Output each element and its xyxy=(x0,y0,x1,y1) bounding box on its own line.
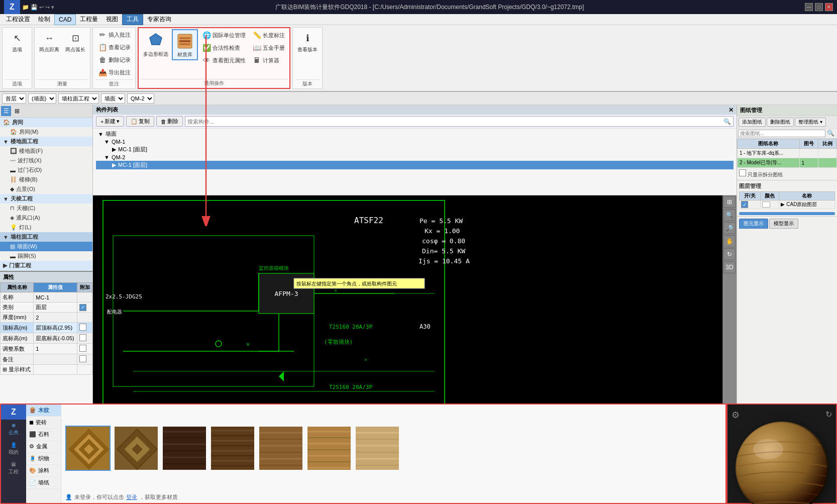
matcat-paint[interactable]: 🎨 涂料 xyxy=(26,465,61,477)
texture-item-4[interactable] xyxy=(210,426,255,471)
ribbon-btn-material-lib[interactable]: 材质库 xyxy=(172,29,198,60)
tree-view-btn1[interactable]: ☰ xyxy=(1,106,11,116)
ribbon-btn-view-element[interactable]: 👁 查看图元属性 xyxy=(199,54,248,66)
view-btn-3d[interactable]: 3D xyxy=(723,261,736,273)
matlib-nav-mine[interactable]: 👤 我的 xyxy=(1,439,26,459)
matlib-nav-public[interactable]: ⊕ 公共 xyxy=(1,420,26,439)
ribbon-btn-distance[interactable]: ↔ 两点距离 xyxy=(37,29,62,55)
tree-item-vent-a[interactable]: ◈ 通风口(A) xyxy=(0,213,92,223)
ribbon-btn-version[interactable]: ℹ 查看版本 xyxy=(295,29,320,55)
drawing-search-icon[interactable]: 🔍 xyxy=(825,130,836,137)
comp-btn-delete[interactable]: 🗑 删除 xyxy=(156,116,183,127)
texture-item-1[interactable] xyxy=(65,426,111,471)
ribbon-btn-length-mark[interactable]: 📏 长度标注 xyxy=(249,29,287,41)
view-btn-zoom-out[interactable]: 🔎 xyxy=(723,222,736,234)
layer-color-swatch-1[interactable] xyxy=(762,201,770,208)
tree-item-point-o[interactable]: ◆ 点景(O) xyxy=(0,184,92,194)
tree-item-door-stone-d[interactable]: ▬ 过门石(D) xyxy=(0,165,92,175)
matcat-wood[interactable]: 🪵 木纹 xyxy=(26,405,61,417)
tree-section-wall[interactable]: ▼ 墙柱面工程 xyxy=(0,232,92,242)
props-checkbox-2[interactable] xyxy=(79,304,86,311)
props-value-4[interactable]: 层顶标高(2.95) xyxy=(34,323,77,333)
props-value-5[interactable]: 层底标高(-0.05) xyxy=(34,333,77,344)
comp-tree-mc1-1[interactable]: ▶ MC-1 [面层] xyxy=(96,145,734,154)
tree-item-floor-f[interactable]: 🔲 楼地面(F) xyxy=(0,146,92,156)
view-btn-pan[interactable]: ✋ xyxy=(723,235,736,247)
tree-item-wave-x[interactable]: 〰 波打线(X) xyxy=(0,156,92,165)
tree-item-baseboard-s[interactable]: ▬ 踢脚(S) xyxy=(0,251,92,261)
view-select[interactable]: 墙面 xyxy=(101,93,125,104)
tree-item-stairs-b[interactable]: 🪜 楼梯(B) xyxy=(0,175,92,184)
ribbon-btn-insert-annotation[interactable]: ✏ 插入批注 xyxy=(95,29,133,41)
ribbon-btn-hardware[interactable]: 📖 五金手册 xyxy=(249,42,287,54)
minimize-button[interactable]: — xyxy=(805,3,813,11)
comp-btn-copy[interactable]: 📋 复制 xyxy=(126,116,154,127)
matcat-stone[interactable]: ⬛ 石料 xyxy=(26,429,61,441)
matpreview-refresh-icon[interactable]: ↻ xyxy=(825,410,832,421)
matlib-nav-project[interactable]: 🏛 工程 xyxy=(1,459,26,478)
ribbon-btn-delete-record[interactable]: 🗑 删除记录 xyxy=(95,54,133,66)
close-button[interactable]: ✕ xyxy=(825,3,833,11)
drawing-row-1[interactable]: 1 - 地下车库-dq系... xyxy=(738,149,837,158)
view-btn-zoom-in[interactable]: 🔍 xyxy=(723,209,736,221)
props-value-3[interactable]: 2 xyxy=(34,313,77,323)
view-btn-rotate[interactable]: ↻ xyxy=(723,248,736,260)
floor-select[interactable]: 首层 xyxy=(2,93,26,104)
menu-item-tools[interactable]: 工具 xyxy=(122,14,143,25)
comp-btn-new[interactable]: + 新建 ▾ xyxy=(96,116,124,127)
menu-item-draw[interactable]: 绘制 xyxy=(34,14,54,25)
component-search-input[interactable] xyxy=(187,119,723,125)
texture-item-6[interactable] xyxy=(306,426,352,471)
ribbon-btn-calculator[interactable]: 🖩 计算器 xyxy=(249,54,287,66)
props-value-6[interactable]: 1 xyxy=(34,344,77,354)
room-select[interactable]: (墙面) xyxy=(28,93,56,104)
tree-section-floor[interactable]: ▼ 楼地面工程 xyxy=(0,137,92,146)
comp-tree-qm2[interactable]: ▼ QM-2 xyxy=(96,154,734,161)
layer-checkbox-1[interactable] xyxy=(741,201,748,208)
menu-item-quantity[interactable]: 工程量 xyxy=(76,14,102,25)
btn-organize-drawing[interactable]: 整理图纸 ▾ xyxy=(795,118,826,127)
props-checkbox-4[interactable] xyxy=(79,324,86,331)
tree-item-ceiling-c[interactable]: ⊓ 天棚(C) xyxy=(0,204,92,213)
tree-item-light-l[interactable]: 💡 灯(L) xyxy=(0,223,92,232)
texture-item-7[interactable] xyxy=(355,426,400,471)
tree-item-wall-w[interactable]: ▤ 墙面(W) xyxy=(0,242,92,251)
ribbon-btn-options[interactable]: ↖ 选项 xyxy=(7,29,28,55)
menu-item-project-settings[interactable]: 工程设置 xyxy=(2,14,34,25)
ribbon-btn-polygon[interactable]: 多边形框选 xyxy=(141,29,171,59)
matcat-metal[interactable]: ⚙ 金属 xyxy=(26,441,61,453)
display-tab-element[interactable]: 图元显示 xyxy=(739,219,768,229)
display-tab-model[interactable]: 模型显示 xyxy=(769,219,798,229)
texture-item-5[interactable] xyxy=(258,426,303,471)
matcat-wallpaper[interactable]: 📄 墙纸 xyxy=(26,477,61,489)
ribbon-btn-units[interactable]: 🌐 国际单位管理 xyxy=(199,29,248,41)
layer-onoff-1[interactable] xyxy=(740,200,761,209)
comp-tree-wallface[interactable]: ▼ 墙面 xyxy=(96,130,734,138)
tree-section-ceiling[interactable]: ▼ 天棱工程 xyxy=(0,194,92,204)
show-split-checkbox[interactable] xyxy=(739,169,746,176)
btn-add-drawing[interactable]: 添加图纸 xyxy=(739,118,766,127)
ribbon-btn-legality[interactable]: ✅ 合法性检查 xyxy=(199,42,248,54)
props-checkbox-5[interactable] xyxy=(79,334,86,341)
login-link[interactable]: 登录 xyxy=(126,493,137,501)
btn-delete-drawing[interactable]: 删除图纸 xyxy=(767,118,794,127)
props-checkbox-6[interactable] xyxy=(79,345,86,352)
component-select[interactable]: QM-2 xyxy=(127,93,154,104)
texture-item-3[interactable] xyxy=(162,426,207,471)
props-value-7[interactable] xyxy=(34,354,77,365)
type-select[interactable]: 墙柱面工程 xyxy=(58,93,99,104)
matcat-ceramic[interactable]: ◼ 瓷砖 xyxy=(26,417,61,429)
ribbon-btn-arc[interactable]: ⊡ 两点弧长 xyxy=(63,29,88,55)
drawing-search-input[interactable] xyxy=(738,130,825,137)
matcat-fabric[interactable]: 🧵 织物 xyxy=(26,453,61,465)
menu-item-cad[interactable]: CAD xyxy=(54,14,76,25)
ribbon-btn-view-record[interactable]: 📋 查看记录 xyxy=(95,41,133,53)
ribbon-btn-export-annotation[interactable]: 📤 导出批注 xyxy=(95,66,133,78)
props-value-1[interactable]: MC-1 xyxy=(34,292,77,303)
props-checkbox-7[interactable] xyxy=(79,355,86,362)
drawing-row-2[interactable]: 2 - Model已导(导... 1 xyxy=(738,158,837,168)
menu-item-view[interactable]: 视图 xyxy=(102,14,122,25)
tree-section-room[interactable]: 🏠 房间 xyxy=(0,118,92,127)
comp-tree-qm1[interactable]: ▼ QM-1 xyxy=(96,138,734,145)
comp-tree-mc1-2[interactable]: ▶ MC-1 [面层] xyxy=(96,161,734,169)
